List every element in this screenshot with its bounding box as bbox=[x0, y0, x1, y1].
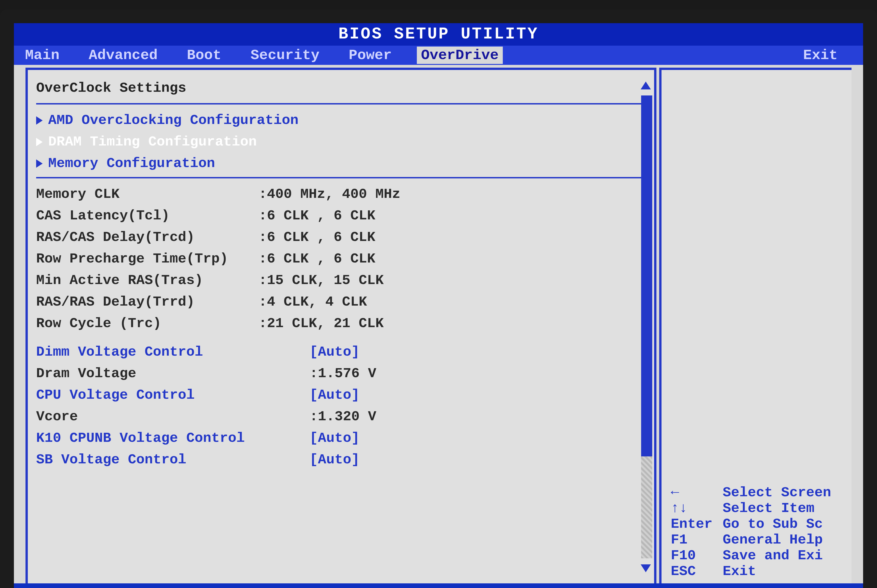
tab-exit[interactable]: Exit bbox=[799, 46, 856, 64]
setting-value: [Auto] bbox=[310, 449, 360, 471]
setting-sb-voltage-control[interactable]: SB Voltage Control[Auto] bbox=[36, 449, 646, 471]
submenu-label: Memory Configuration bbox=[48, 153, 215, 174]
triangle-icon bbox=[36, 138, 43, 146]
title-bar: BIOS SETUP UTILITY bbox=[14, 23, 863, 46]
scroll-up-icon[interactable] bbox=[641, 81, 651, 89]
triangle-icon bbox=[36, 116, 43, 124]
info-ras-ras-delay: RAS/RAS Delay(Trrd):4 CLK, 4 CLK bbox=[36, 291, 646, 313]
setting-label: Dram Voltage bbox=[36, 363, 310, 384]
info-cas-latency: CAS Latency(Tcl):6 CLK , 6 CLK bbox=[36, 205, 646, 226]
divider bbox=[36, 177, 646, 178]
setting-dimm-voltage-control[interactable]: Dimm Voltage Control[Auto] bbox=[36, 341, 646, 363]
triangle-icon bbox=[36, 159, 43, 168]
help-select-screen: ←Select Screen bbox=[671, 484, 852, 500]
setting-label: SB Voltage Control bbox=[36, 449, 310, 471]
submenu-dram-timing[interactable]: DRAM Timing Configuration bbox=[36, 131, 646, 153]
help-text: Save and Exi bbox=[723, 548, 823, 564]
info-row-cycle: Row Cycle (Trc):21 CLK, 21 CLK bbox=[36, 313, 646, 334]
submenu-label: DRAM Timing Configuration bbox=[48, 131, 257, 153]
info-value: :21 CLK, 21 CLK bbox=[259, 313, 384, 334]
info-value: :15 CLK, 15 CLK bbox=[259, 270, 384, 291]
tab-advanced[interactable]: Advanced bbox=[85, 46, 162, 64]
help-text: Exit bbox=[723, 564, 756, 579]
info-value: :6 CLK , 6 CLK bbox=[259, 205, 375, 226]
help-text: General Help bbox=[723, 532, 823, 548]
info-label: RAS/CAS Delay(Trcd) bbox=[36, 226, 259, 248]
info-value: :6 CLK , 6 CLK bbox=[259, 226, 375, 248]
scroll-down-icon[interactable] bbox=[641, 564, 651, 572]
help-key: ESC bbox=[671, 564, 717, 579]
setting-value: :1.576 V bbox=[310, 363, 376, 384]
tab-security[interactable]: Security bbox=[246, 46, 324, 64]
info-label: Row Cycle (Trc) bbox=[36, 313, 259, 334]
help-key: ↑↓ bbox=[671, 500, 717, 516]
help-text: Go to Sub Sc bbox=[723, 516, 823, 532]
setting-label: K10 CPUNB Voltage Control bbox=[36, 428, 310, 449]
menu-bar: Main Advanced Boot Security Power OverDr… bbox=[14, 46, 863, 65]
info-label: Min Active RAS(Tras) bbox=[36, 270, 259, 291]
bios-screen: BIOS SETUP UTILITY Main Advanced Boot Se… bbox=[0, 9, 877, 588]
info-value: :4 CLK, 4 CLK bbox=[259, 291, 367, 313]
setting-dram-voltage: Dram Voltage:1.576 V bbox=[36, 363, 646, 384]
help-esc: ESCExit bbox=[671, 564, 852, 579]
help-key: ← bbox=[671, 484, 717, 500]
tab-overdrive[interactable]: OverDrive bbox=[417, 46, 503, 64]
help-text: Select Item bbox=[723, 500, 814, 516]
info-label: CAS Latency(Tcl) bbox=[36, 205, 259, 226]
info-row-precharge: Row Precharge Time(Trp):6 CLK , 6 CLK bbox=[36, 248, 646, 270]
info-ras-cas-delay: RAS/CAS Delay(Trcd):6 CLK , 6 CLK bbox=[36, 226, 646, 248]
divider bbox=[36, 103, 646, 105]
tab-main[interactable]: Main bbox=[21, 46, 64, 64]
scrollbar[interactable] bbox=[641, 96, 652, 558]
setting-k10-cpunb-voltage-control[interactable]: K10 CPUNB Voltage Control[Auto] bbox=[36, 428, 646, 449]
setting-label: Vcore bbox=[36, 406, 310, 428]
setting-cpu-voltage-control[interactable]: CPU Voltage Control[Auto] bbox=[36, 384, 646, 406]
help-key: Enter bbox=[671, 516, 717, 532]
info-memory-clk: Memory CLK:400 MHz, 400 MHz bbox=[36, 183, 646, 205]
help-pane: ←Select Screen ↑↓Select Item EnterGo to … bbox=[659, 68, 852, 586]
info-min-active-ras: Min Active RAS(Tras):15 CLK, 15 CLK bbox=[36, 270, 646, 291]
submenu-label: AMD Overclocking Configuration bbox=[48, 110, 298, 131]
app-title: BIOS SETUP UTILITY bbox=[338, 25, 538, 44]
info-label: RAS/RAS Delay(Trrd) bbox=[36, 291, 259, 313]
tab-boot[interactable]: Boot bbox=[183, 46, 225, 64]
help-text: Select Screen bbox=[723, 484, 831, 500]
setting-value: [Auto] bbox=[310, 384, 360, 406]
help-f1: F1General Help bbox=[671, 532, 852, 548]
help-block: ←Select Screen ↑↓Select Item EnterGo to … bbox=[671, 484, 852, 579]
setting-value: [Auto] bbox=[310, 341, 360, 363]
setting-value: [Auto] bbox=[310, 428, 360, 449]
help-select-item: ↑↓Select Item bbox=[671, 500, 852, 516]
setting-label: CPU Voltage Control bbox=[36, 384, 310, 406]
section-title: OverClock Settings bbox=[36, 77, 646, 99]
setting-value: :1.320 V bbox=[310, 406, 376, 428]
help-key: F10 bbox=[671, 548, 717, 564]
settings-pane: OverClock Settings AMD Overclocking Conf… bbox=[25, 68, 657, 586]
help-enter: EnterGo to Sub Sc bbox=[671, 516, 852, 532]
footer-bar bbox=[14, 584, 863, 588]
info-value: :400 MHz, 400 MHz bbox=[259, 183, 400, 205]
info-label: Memory CLK bbox=[36, 183, 259, 205]
info-value: :6 CLK , 6 CLK bbox=[259, 248, 375, 270]
setting-vcore: Vcore:1.320 V bbox=[36, 406, 646, 428]
info-label: Row Precharge Time(Trp) bbox=[36, 248, 259, 270]
help-key: F1 bbox=[671, 532, 717, 548]
submenu-amd-overclocking[interactable]: AMD Overclocking Configuration bbox=[36, 110, 646, 131]
content-area: OverClock Settings AMD Overclocking Conf… bbox=[25, 68, 852, 586]
setting-label: Dimm Voltage Control bbox=[36, 341, 310, 363]
help-f10: F10Save and Exi bbox=[671, 548, 852, 564]
tab-power[interactable]: Power bbox=[345, 46, 396, 64]
submenu-memory-config[interactable]: Memory Configuration bbox=[36, 153, 646, 174]
